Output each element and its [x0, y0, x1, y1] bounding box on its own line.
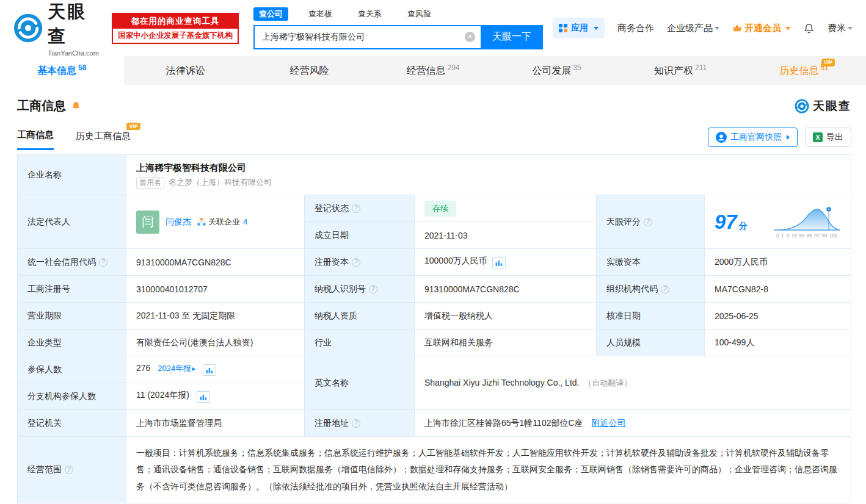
subtab-business-info[interactable]: 工商信息: [17, 129, 54, 150]
tab-count: 211: [695, 63, 707, 72]
export-button[interactable]: X 导出: [805, 128, 851, 147]
tab-intellectual-property[interactable]: 知识产权 211: [619, 56, 743, 85]
tab-label: 知识产权: [654, 65, 693, 77]
apps-menu-button[interactable]: 应用: [553, 18, 605, 38]
label-reg-no: 工商注册号: [18, 276, 126, 303]
related-companies-count[interactable]: 4: [243, 217, 247, 226]
search-button[interactable]: 天眼一下: [481, 25, 543, 49]
apps-grid-icon: [559, 24, 567, 32]
label-english-name: 英文名称: [305, 356, 415, 410]
site-logo[interactable]: 天眼查 TianYanCha.com: [13, 0, 102, 57]
help-icon[interactable]: [644, 218, 652, 226]
subtab-row: 工商信息 VIP 历史工商信息 工商官网快照 X 导出: [0, 114, 866, 152]
notification-bell-icon[interactable]: [803, 23, 815, 34]
value-reg-address: 上海市徐汇区桂箐路65号1幢1102部位C座 附近公司: [415, 410, 851, 437]
label-staff-size: 人员规模: [597, 329, 705, 356]
label-business-scope: 经营范围: [18, 437, 126, 503]
enterprise-products-label: 企业级产品: [667, 23, 713, 34]
score-curve-chart: 0 1 5 15 50 85 97 99 100: [773, 206, 841, 239]
business-cooperation-link[interactable]: 商务合作: [617, 23, 654, 34]
help-icon[interactable]: [369, 285, 377, 293]
label-legal-rep: 法定代表人: [18, 195, 126, 249]
user-name: 费米: [828, 23, 846, 34]
value-industry: 互联网和相关服务: [415, 329, 597, 356]
insured-chart-icon[interactable]: [203, 364, 216, 376]
top-header: 天眼查 TianYanCha.com 都在用的商业查询工具 国家中小企业发展子基…: [0, 0, 866, 56]
tab-label: 经营信息: [407, 65, 446, 77]
value-english-name: Shanghai Xiyu Jizhi Technology Co., Ltd.…: [415, 356, 851, 410]
label-insured-count: 参保人数: [18, 356, 126, 383]
value-approve-date: 2025-06-25: [705, 303, 851, 329]
label-biz-term: 营业期限: [18, 303, 126, 329]
value-reg-authority: 上海市市场监督管理局: [126, 410, 305, 437]
clear-search-icon[interactable]: ×: [465, 32, 475, 42]
value-reg-capital: 100000万人民币: [415, 249, 597, 276]
apps-menu-label: 应用: [571, 23, 588, 34]
search-tab-risk[interactable]: 查风险: [402, 7, 437, 21]
subtab-history-business-info[interactable]: VIP 历史工商信息: [76, 131, 131, 149]
brand-name: 天眼查: [813, 98, 851, 114]
status-badge: 存续: [424, 201, 456, 217]
help-icon[interactable]: [99, 258, 107, 267]
value-reg-no: 310000401012707: [126, 276, 305, 303]
brand-watermark: 天眼查: [795, 98, 851, 114]
tab-company-development[interactable]: 公司发展 35: [495, 56, 619, 85]
help-icon[interactable]: [352, 258, 360, 267]
company-section-tabs: 基本信息 58 法律诉讼 经营风险 经营信息 294 公司发展 35 知识产权 …: [0, 56, 866, 85]
promo-banner: 都在用的商业查询工具 国家中小企业发展子基金旗下机构: [112, 13, 239, 44]
search-tab-relation[interactable]: 查关系: [352, 7, 387, 21]
official-snapshot-button[interactable]: 工商官网快照: [708, 128, 798, 147]
label-company-name: 企业名称: [18, 155, 126, 195]
org-tree-icon: [197, 218, 206, 226]
chevron-down-icon: [594, 27, 599, 30]
search-input[interactable]: [255, 32, 481, 42]
value-biz-term: 2021-11-03 至 无固定期限: [126, 303, 305, 329]
help-icon[interactable]: [65, 466, 73, 474]
user-menu[interactable]: 费米: [828, 23, 853, 34]
label-taxpayer-no: 纳税人识别号: [305, 276, 415, 303]
subscribe-bell-icon[interactable]: [71, 101, 81, 111]
tab-business-operations[interactable]: 经营信息 294: [371, 56, 495, 85]
annual-report-link[interactable]: 2024年报: [158, 364, 195, 373]
related-companies-link[interactable]: 关联企业 4: [197, 217, 247, 228]
score-number[interactable]: 97分: [715, 211, 748, 234]
score-axis-labels: 0 1 5 15 50 85 97 99 100: [776, 233, 837, 239]
search-tab-company[interactable]: 查公司: [253, 7, 288, 21]
auto-translate-note: （自动翻译）: [584, 378, 631, 387]
value-credit-code: 91310000MA7CGN828C: [126, 249, 305, 276]
chevron-right-icon: [787, 135, 790, 140]
label-reg-status: 登记状态: [305, 195, 415, 222]
header-right-menu: 应用 商务合作 企业级产品 开通会员 费米: [553, 18, 853, 38]
branch-insured-chart-icon[interactable]: [197, 391, 210, 403]
legal-rep-name-link[interactable]: 闫俊杰: [166, 217, 191, 228]
nearby-companies-link[interactable]: 附近公司: [591, 418, 625, 428]
company-name-text[interactable]: 上海稀宇极智科技有限公司: [136, 162, 841, 174]
enterprise-products-menu[interactable]: 企业级产品: [667, 23, 719, 34]
label-approve-date: 核准日期: [597, 303, 705, 329]
help-icon[interactable]: [352, 204, 360, 213]
logo-domain: TianYanCha.com: [48, 49, 102, 57]
promo-line-2: 国家中小企业发展子基金旗下机构: [113, 29, 238, 43]
value-insured-count: 276 2024年报: [126, 356, 305, 383]
tab-count: 35: [573, 63, 581, 72]
tab-operation-risk[interactable]: 经营风险: [247, 56, 371, 85]
open-vip-link[interactable]: 开通会员: [732, 23, 790, 34]
value-staff-size: 100-499人: [705, 329, 851, 356]
tab-label: 历史信息: [780, 65, 819, 77]
capital-chart-icon[interactable]: [492, 257, 506, 268]
tab-count: 51: [821, 63, 829, 72]
export-button-label: 导出: [826, 132, 843, 143]
help-icon[interactable]: [661, 285, 669, 293]
label-reg-address: 注册地址: [305, 410, 415, 437]
help-icon[interactable]: [352, 419, 360, 428]
label-branch-insured: 分支机构参保人数: [18, 383, 126, 410]
logo-title: 天眼查: [48, 0, 102, 49]
legal-rep-avatar[interactable]: 闫: [136, 211, 159, 234]
tab-legal-proceedings[interactable]: 法律诉讼: [124, 56, 248, 85]
tab-basic-info[interactable]: 基本信息 58: [0, 56, 124, 85]
value-company-name: 上海稀宇极智科技有限公司 曾用名 名之梦（上海）科技有限公司: [126, 155, 851, 195]
tab-history-info[interactable]: VIP 历史信息 51: [742, 56, 866, 85]
value-taxpayer-quality: 增值税一般纳税人: [415, 303, 597, 329]
value-business-scope: 一般项目：计算机系统服务；信息系统集成服务；信息系统运行维护服务；人工智能基础软…: [126, 437, 851, 503]
search-tab-boss[interactable]: 查老板: [303, 7, 338, 21]
